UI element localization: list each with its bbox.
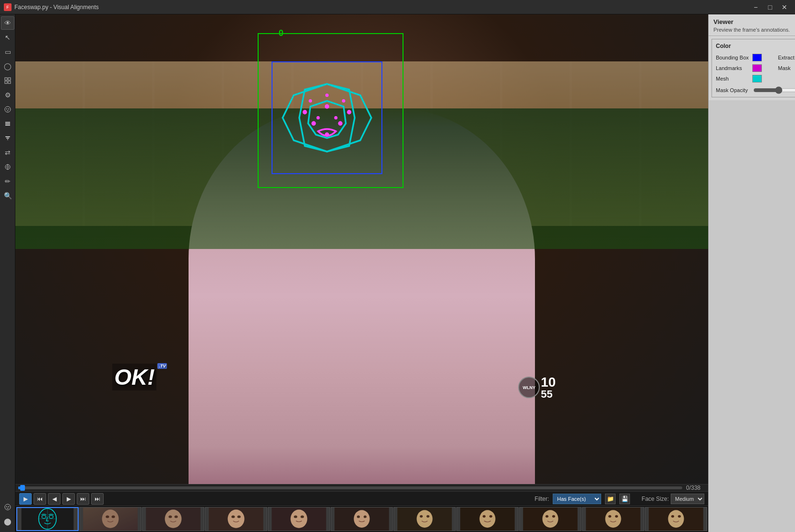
- close-button[interactable]: ✕: [778, 1, 791, 13]
- video-canvas[interactable]: 0: [15, 14, 708, 484]
- zoom-tool-button[interactable]: 🔍: [1, 189, 14, 202]
- mask-opacity-slider[interactable]: [753, 86, 795, 94]
- center-area: 0: [15, 14, 708, 532]
- thumbnail-5[interactable]: [331, 507, 393, 531]
- mesh-swatch[interactable]: [752, 75, 762, 83]
- right-panel-body: [709, 100, 795, 532]
- prev-frame-button[interactable]: ◀: [48, 493, 60, 505]
- color-section: Color − Bounding Box Extract Box Landmar…: [712, 39, 795, 97]
- face-bottom-tool-button[interactable]: [1, 500, 14, 514]
- bounding-box-swatch[interactable]: [752, 54, 762, 61]
- square-tool-button[interactable]: ▭: [1, 45, 14, 59]
- folder-button[interactable]: 📁: [605, 494, 616, 504]
- filter-tool-button[interactable]: [1, 131, 14, 145]
- left-sidebar-bottom: ⬤: [1, 500, 14, 530]
- extract-box-label: Extract Box: [778, 55, 795, 60]
- svg-point-6: [8, 108, 9, 109]
- bounding-box-label: Bounding Box: [716, 55, 749, 60]
- main-layout: 👁 ↖ ▭ ◯ ⚙ ⇄ ✏ 🔍 ⬤: [0, 14, 795, 532]
- thumbnail-8[interactable]: [519, 507, 581, 531]
- face-tool-button[interactable]: [1, 103, 14, 116]
- window-title: Faceswap.py - Visual Alignments: [14, 4, 99, 11]
- thumbnail-6[interactable]: [393, 507, 456, 531]
- svg-point-75: [615, 515, 618, 518]
- progress-thumb[interactable]: [20, 485, 25, 491]
- mesh-label: Mesh: [716, 76, 749, 82]
- circle-tool-bottom-button[interactable]: ⬤: [1, 515, 14, 528]
- svg-point-63: [427, 515, 429, 518]
- svg-point-77: [668, 510, 684, 528]
- layers-tool-button[interactable]: [1, 117, 14, 130]
- circle-tool-button[interactable]: ◯: [1, 59, 14, 73]
- thumbnail-svg-6: [394, 508, 455, 531]
- svg-rect-12: [7, 139, 8, 140]
- thumbnail-svg-0: [17, 508, 78, 530]
- svg-point-19: [8, 506, 9, 507]
- svg-point-65: [479, 510, 495, 528]
- thumbnail-svg-10: [645, 508, 707, 531]
- thumbnail-svg-5: [331, 508, 392, 531]
- svg-rect-8: [5, 123, 10, 124]
- progress-bar-container[interactable]: 0/338: [15, 485, 708, 491]
- progress-track[interactable]: [18, 486, 682, 489]
- svg-point-57: [354, 510, 369, 528]
- fast-forward-button[interactable]: ⏭: [91, 493, 104, 505]
- svg-point-59: [364, 516, 367, 518]
- wlny-text: WLNY: [522, 385, 535, 390]
- svg-point-61: [416, 510, 432, 528]
- thumbnail-3[interactable]: [205, 507, 267, 531]
- save-button[interactable]: 💾: [619, 494, 630, 504]
- color-grid: Bounding Box Extract Box Landmarks Mask: [716, 54, 795, 83]
- ok-text: OK!: [112, 364, 156, 390]
- landmarks-swatch[interactable]: [752, 64, 762, 72]
- mask-opacity-row: Mask Opacity: [716, 86, 795, 94]
- navigate-tool-button[interactable]: ⇄: [1, 146, 14, 159]
- minimize-button[interactable]: −: [749, 1, 762, 13]
- timeline-area: 0/338 ▶ ⏮ ◀ ▶ ⏭ ⏭ Filter: Has Face(s) Al…: [15, 484, 708, 532]
- svg-rect-7: [5, 122, 10, 123]
- eye-tool-button[interactable]: 👁: [1, 16, 14, 30]
- frame-counter: 0/338: [686, 485, 705, 491]
- svg-point-4: [5, 106, 11, 112]
- cursor-tool-button[interactable]: ↖: [1, 31, 14, 44]
- next-frame-button[interactable]: ▶: [62, 493, 75, 505]
- svg-point-69: [542, 510, 558, 528]
- thumbnail-strip: [15, 506, 708, 532]
- titlebar-controls: − □ ✕: [749, 1, 791, 13]
- thumbnail-0[interactable]: [16, 507, 79, 531]
- thumbnail-9[interactable]: [582, 507, 644, 531]
- play-button[interactable]: ▶: [19, 493, 32, 505]
- thumbnail-svg-4: [268, 508, 330, 531]
- svg-point-17: [5, 504, 11, 510]
- thumbnail-1[interactable]: [79, 507, 142, 531]
- thumbnail-svg-1: [80, 508, 141, 531]
- svg-point-62: [420, 515, 423, 518]
- controls-bar: ▶ ⏮ ◀ ▶ ⏭ ⏭ Filter: Has Face(s) All Fram…: [15, 491, 708, 506]
- svg-rect-0: [5, 78, 7, 80]
- facesize-select[interactable]: Medium Small Large: [671, 494, 704, 504]
- svg-point-54: [294, 516, 297, 518]
- adjust-tool-button[interactable]: [1, 160, 14, 174]
- settings-tool-button[interactable]: ⚙: [1, 88, 14, 102]
- skip-end-button[interactable]: ⏭: [77, 493, 89, 505]
- mesh-row: Mesh: [716, 75, 773, 83]
- maximize-button[interactable]: □: [763, 1, 777, 13]
- grid-tool-button[interactable]: [1, 74, 14, 87]
- filter-select[interactable]: Has Face(s) All Frames No Face Multiple …: [553, 494, 601, 504]
- thumbnail-10[interactable]: [645, 507, 707, 531]
- extract-box-row: Extract Box: [778, 54, 795, 61]
- titlebar: F Faceswap.py - Visual Alignments − □ ✕: [0, 0, 795, 14]
- pencil-tool-button[interactable]: ✏: [1, 175, 14, 188]
- svg-point-58: [357, 516, 360, 518]
- thumbnail-2[interactable]: [142, 507, 204, 531]
- svg-point-22: [325, 104, 329, 108]
- svg-point-74: [608, 515, 611, 518]
- left-toolbar: 👁 ↖ ▭ ◯ ⚙ ⇄ ✏ 🔍 ⬤: [0, 14, 15, 532]
- thumbnail-4[interactable]: [268, 507, 330, 531]
- face-annotations: 0: [15, 14, 708, 484]
- video-frame: 0: [15, 14, 708, 484]
- svg-rect-3: [8, 81, 11, 83]
- skip-start-button[interactable]: ⏮: [34, 493, 46, 505]
- thumbnail-7[interactable]: [456, 507, 519, 531]
- svg-point-55: [300, 516, 304, 518]
